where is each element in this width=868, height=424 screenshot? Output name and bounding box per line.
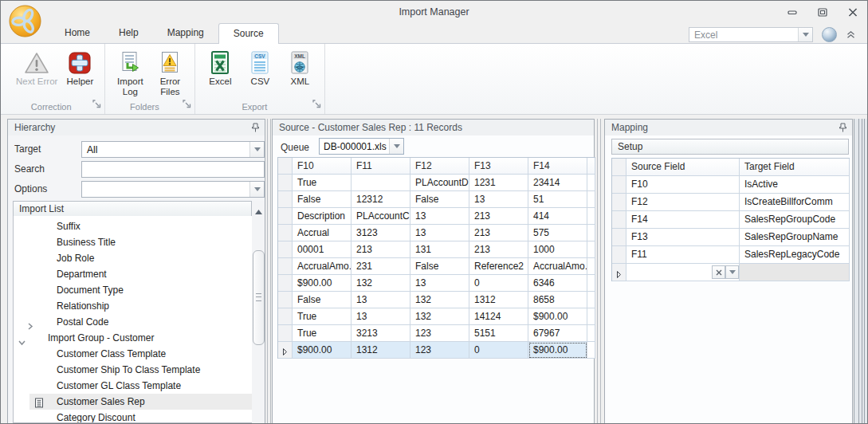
column-header-f13[interactable]: F13 bbox=[469, 158, 528, 175]
dialog-launcher-icon[interactable] bbox=[312, 100, 321, 111]
grid-cell[interactable]: F14 bbox=[626, 211, 740, 229]
table-row[interactable]: False1313213128658 bbox=[278, 292, 595, 308]
search-input[interactable] bbox=[81, 161, 265, 178]
csv-button[interactable]: CSVCSV bbox=[240, 47, 280, 87]
grid-cell[interactable]: 13 bbox=[410, 208, 469, 225]
grid-cell[interactable]: 1231 bbox=[469, 175, 528, 191]
collapsed-panel-strip[interactable] bbox=[854, 119, 868, 424]
column-header-target-field[interactable]: Target Field bbox=[740, 159, 850, 176]
grid-cell[interactable]: F11 bbox=[626, 246, 740, 264]
grid-cell[interactable]: 123 bbox=[410, 342, 469, 359]
table-row[interactable]: $900.001321306346 bbox=[278, 275, 595, 292]
grid-cell[interactable]: True bbox=[293, 175, 352, 191]
table-row[interactable]: Accrual312313213575 bbox=[278, 225, 595, 241]
grid-cell[interactable]: SalesRepGroupCode bbox=[740, 211, 850, 229]
grid-cell[interactable]: 414 bbox=[528, 208, 587, 225]
grid-cell[interactable]: 13 bbox=[410, 275, 469, 292]
grid-cell[interactable]: 0 bbox=[469, 342, 528, 359]
dialog-launcher-icon[interactable] bbox=[92, 100, 101, 111]
grid-cell[interactable]: 51 bbox=[528, 191, 587, 208]
grid-cell[interactable]: 3213 bbox=[352, 325, 410, 342]
row-indicator[interactable] bbox=[612, 194, 626, 211]
scroll-up-icon[interactable] bbox=[255, 206, 262, 217]
grid-cell[interactable]: 213 bbox=[469, 225, 528, 241]
grid-cell[interactable]: $900.00 bbox=[293, 275, 352, 292]
grid-cell[interactable]: 575 bbox=[528, 225, 587, 241]
tree-item-customer-gl-class-template[interactable]: Customer GL Class Template bbox=[14, 378, 253, 394]
table-row[interactable]: 000012131312131000 bbox=[278, 241, 595, 258]
row-indicator[interactable] bbox=[278, 225, 293, 241]
grid-cell[interactable]: 23414 bbox=[528, 175, 587, 191]
grid-cell[interactable]: F12 bbox=[626, 194, 740, 211]
helper-button[interactable]: Helper bbox=[60, 47, 100, 87]
import-log-button[interactable]: ImportLog bbox=[110, 47, 150, 97]
table-row[interactable]: True1313214124$900.00 bbox=[278, 308, 595, 325]
tree-item-customer-ship-to-class-template[interactable]: Customer Ship To Class Template bbox=[14, 362, 253, 378]
dropdown-arrow-icon[interactable] bbox=[389, 139, 403, 154]
options-combo[interactable] bbox=[81, 181, 265, 198]
row-indicator[interactable] bbox=[612, 211, 626, 229]
grid-cell[interactable]: 213 bbox=[469, 241, 528, 258]
table-row[interactable]: $900.0013121230$900.00 bbox=[278, 342, 595, 359]
grid-cell[interactable]: IsCreateBillforComm bbox=[740, 194, 850, 211]
grid-cell[interactable]: 132 bbox=[410, 292, 469, 308]
grid-cell[interactable]: 00001 bbox=[293, 241, 352, 258]
grid-cell[interactable]: PLAccountD... bbox=[410, 175, 469, 191]
grid-cell[interactable]: AccrualAmo... bbox=[528, 258, 587, 275]
error-files-button[interactable]: ErrorFiles bbox=[150, 47, 190, 97]
tree-item-document-type[interactable]: Document Type bbox=[14, 282, 253, 298]
grid-cell[interactable] bbox=[352, 175, 410, 191]
grid-cell[interactable]: False bbox=[293, 191, 352, 208]
quick-export-combo[interactable]: Excel bbox=[689, 27, 813, 42]
target-combo[interactable]: All bbox=[81, 141, 265, 158]
scrollbar-thumb[interactable] bbox=[253, 250, 265, 345]
grid-cell[interactable]: False bbox=[410, 258, 469, 275]
row-indicator[interactable] bbox=[278, 208, 293, 225]
dropdown-arrow-icon[interactable] bbox=[249, 182, 264, 197]
tab-source[interactable]: Source bbox=[218, 23, 279, 44]
column-header-f11[interactable]: F11 bbox=[352, 158, 410, 175]
tree-item-postal-code[interactable]: Postal Code bbox=[14, 314, 253, 330]
row-indicator[interactable] bbox=[278, 292, 293, 308]
excel-button[interactable]: Excel bbox=[200, 47, 240, 87]
grid-cell[interactable]: 13 bbox=[352, 292, 410, 308]
dropdown-arrow-icon[interactable] bbox=[725, 265, 739, 279]
grid-cell[interactable]: 3123 bbox=[352, 225, 410, 241]
table-row[interactable]: AccrualAmo...231FalseReference2AccrualAm… bbox=[278, 258, 595, 275]
tree-item-department[interactable]: Department bbox=[14, 266, 253, 282]
row-indicator[interactable] bbox=[612, 264, 626, 281]
tree-item-business-title[interactable]: Business Title bbox=[14, 234, 253, 250]
table-row[interactable]: True3213123515167967 bbox=[278, 325, 595, 342]
tree-item-job-role[interactable]: Job Role bbox=[14, 250, 253, 266]
grid-cell[interactable]: 231 bbox=[352, 258, 410, 275]
row-indicator[interactable] bbox=[278, 241, 293, 258]
restore-button[interactable] bbox=[817, 8, 827, 17]
table-row[interactable]: DescriptionPLAccountC...13213414 bbox=[278, 208, 595, 225]
table-row[interactable]: F12IsCreateBillforComm bbox=[612, 194, 850, 211]
tab-home[interactable]: Home bbox=[50, 23, 104, 43]
column-header-f10[interactable]: F10 bbox=[293, 158, 352, 175]
table-row[interactable]: F13SalesRepGroupName bbox=[612, 229, 850, 246]
new-row-editor[interactable] bbox=[626, 264, 740, 281]
grid-cell[interactable]: 12312 bbox=[352, 191, 410, 208]
tree-item-relationship[interactable]: Relationship bbox=[14, 298, 253, 314]
grid-cell[interactable]: AccrualAmo... bbox=[293, 258, 352, 275]
table-row[interactable]: F14SalesRepGroupCode bbox=[612, 211, 850, 229]
pin-icon[interactable] bbox=[839, 123, 846, 135]
grid-cell[interactable]: 131 bbox=[410, 241, 469, 258]
tab-mapping[interactable]: Mapping bbox=[153, 23, 218, 43]
table-row[interactable]: False12312False1351 bbox=[278, 191, 595, 208]
table-row[interactable]: TruePLAccountD...123123414 bbox=[278, 175, 595, 191]
double-chevron-up-icon[interactable] bbox=[846, 30, 856, 39]
status-orb-icon[interactable] bbox=[822, 27, 837, 42]
grid-cell[interactable]: 123 bbox=[410, 325, 469, 342]
grid-cell[interactable]: 1312 bbox=[352, 342, 410, 359]
grid-cell[interactable]: IsActive bbox=[740, 176, 850, 194]
table-row[interactable]: F10IsActive bbox=[612, 176, 850, 194]
queue-combo[interactable]: DB-000001.xls bbox=[319, 138, 404, 155]
grid-cell[interactable]: 8658 bbox=[528, 292, 587, 308]
tree-item-customer-sales-rep[interactable]: Customer Sales Rep bbox=[14, 394, 253, 410]
tree-item-customer-class-template[interactable]: Customer Class Template bbox=[14, 346, 253, 362]
grid-cell[interactable]: False bbox=[293, 292, 352, 308]
grid-cell[interactable]: 213 bbox=[352, 241, 410, 258]
